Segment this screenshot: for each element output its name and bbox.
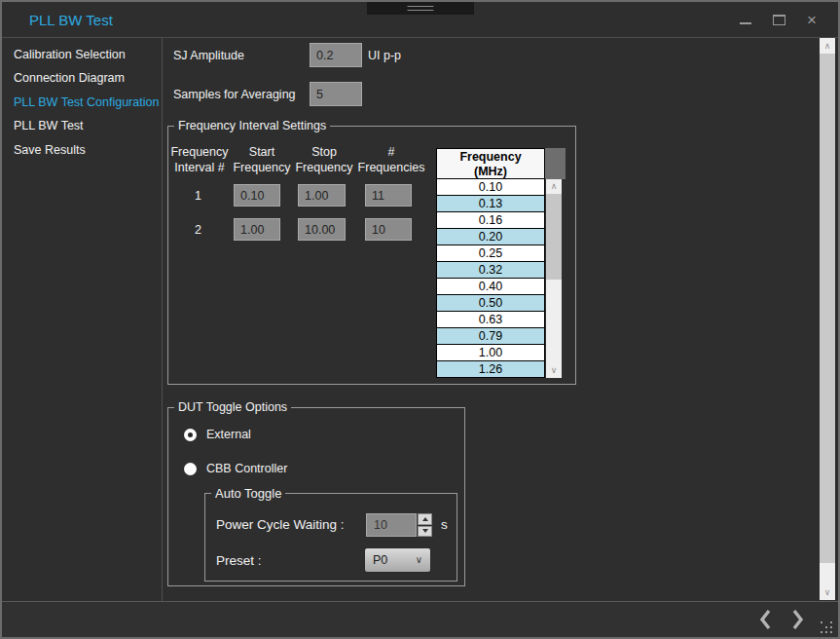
frequency-table-scrollbar-corner (545, 148, 566, 179)
dut-toggle-options-title: DUT Toggle Options (174, 400, 291, 414)
previous-page-button[interactable] (754, 608, 776, 631)
column-header-stop-frequency: StopFrequency (294, 144, 354, 175)
radio-unselected-icon (184, 463, 197, 475)
frequency-interval-settings-title: Frequency Interval Settings (174, 119, 330, 132)
sj-amplitude-label: SJ Amplitude (173, 49, 244, 62)
main-scrollbar[interactable]: ∧ ∨ (820, 38, 835, 600)
title-bar: PLL BW Test × (2, 2, 838, 38)
minimize-button[interactable] (737, 10, 754, 29)
sidebar-item-calibration-selection[interactable]: Calibration Selection (14, 48, 126, 61)
radio-selected-icon (184, 429, 197, 441)
frequency-row[interactable]: 0.32 (436, 262, 545, 279)
chevron-down-icon: ∨ (416, 548, 422, 572)
interval-2-count-input[interactable] (365, 218, 412, 241)
close-button[interactable]: × (803, 10, 821, 29)
column-header-num-frequencies: #Frequencies (354, 144, 428, 175)
frequency-table-scrollbar-thumb[interactable] (546, 194, 562, 280)
frequency-row[interactable]: 1.00 (436, 345, 545, 361)
interval-2-stop-input[interactable] (298, 218, 346, 241)
maximize-icon (773, 15, 785, 25)
spinner-down-button[interactable] (418, 526, 432, 538)
frequency-row[interactable]: 0.10 (436, 179, 545, 196)
sj-amplitude-input[interactable] (310, 43, 362, 67)
spinner-up-button[interactable] (418, 513, 432, 525)
close-icon: × (807, 12, 817, 28)
resize-grip[interactable] (820, 620, 833, 634)
drag-handle[interactable] (367, 2, 474, 15)
frequency-row[interactable]: 1.26 (436, 361, 545, 378)
window-title: PLL BW Test (29, 12, 113, 28)
interval-1-start-input[interactable] (234, 184, 280, 207)
main-scrollbar-thumb[interactable] (820, 54, 835, 563)
frequency-row[interactable]: 0.16 (436, 212, 545, 229)
maximize-button[interactable] (770, 10, 787, 29)
interval-1-count-input[interactable] (365, 184, 412, 207)
frequency-row[interactable]: 0.63 (436, 312, 545, 328)
radio-cbb-controller[interactable]: CBB Controller (184, 462, 287, 475)
frequency-row[interactable]: 0.40 (436, 279, 545, 295)
interval-1-number: 1 (195, 189, 201, 203)
radio-cbb-controller-label: CBB Controller (206, 462, 287, 475)
interval-2-start-input[interactable] (234, 218, 280, 241)
sidebar: Calibration Selection Connection Diagram… (2, 38, 162, 601)
sidebar-item-connection-diagram[interactable]: Connection Diagram (14, 71, 125, 85)
sidebar-item-pll-bw-test-configuration[interactable]: PLL BW Test Configuration (14, 95, 159, 109)
frequency-table-header: Frequency(MHz) (436, 148, 545, 179)
resize-grip-icon (821, 621, 822, 623)
scroll-up-icon[interactable]: ∧ (546, 179, 562, 194)
scroll-down-icon[interactable]: ∨ (820, 584, 835, 600)
frequency-row[interactable]: 0.20 (436, 229, 545, 245)
column-header-start-frequency: StartFrequency (232, 144, 292, 175)
sidebar-item-save-results[interactable]: Save Results (14, 143, 86, 157)
frequency-table-scrollbar[interactable]: ∧ ∨ (546, 179, 562, 378)
scroll-up-icon[interactable]: ∧ (820, 38, 835, 54)
spinner-down-icon (422, 529, 428, 533)
minimize-icon (740, 22, 751, 24)
power-cycle-waiting-input[interactable]: 10 (366, 513, 417, 537)
sidebar-divider (162, 38, 163, 601)
frequency-row[interactable]: 0.79 (436, 328, 545, 345)
drag-handle-icon (408, 6, 434, 11)
interval-2-number: 2 (195, 223, 201, 237)
power-cycle-waiting-label: Power Cycle Waiting : (216, 517, 345, 532)
frequency-row[interactable]: 0.13 (436, 196, 545, 212)
power-cycle-waiting-unit: s (441, 517, 448, 532)
samples-for-averaging-label: Samples for Averaging (173, 88, 296, 101)
footer-bar (2, 601, 838, 637)
samples-for-averaging-input[interactable] (310, 82, 362, 106)
frequency-row[interactable]: 0.50 (436, 295, 545, 312)
radio-external[interactable]: External (184, 428, 251, 441)
preset-dropdown[interactable]: P0 ∨ (364, 547, 431, 573)
auto-toggle-title: Auto Toggle (211, 486, 285, 501)
frequency-row[interactable]: 0.25 (436, 245, 545, 262)
scroll-down-icon[interactable]: ∨ (546, 363, 562, 378)
sj-amplitude-unit: UI p-p (368, 49, 401, 62)
column-header-frequency-interval: FrequencyInterval # (169, 144, 230, 175)
spinner-up-icon (422, 517, 428, 521)
next-page-button[interactable] (787, 608, 809, 631)
radio-external-label: External (206, 428, 251, 441)
preset-label: Preset : (216, 553, 262, 568)
sidebar-item-pll-bw-test[interactable]: PLL BW Test (14, 119, 84, 132)
interval-1-stop-input[interactable] (298, 184, 346, 207)
preset-dropdown-value: P0 (373, 553, 387, 567)
pll-bw-test-window: PLL BW Test × Calibration Selection Conn… (0, 0, 840, 639)
